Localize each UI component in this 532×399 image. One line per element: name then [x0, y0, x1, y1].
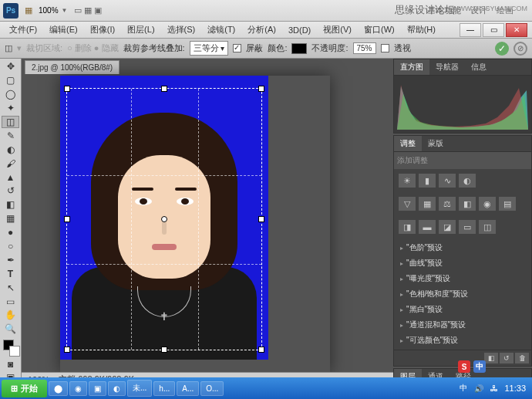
crop-tool-icon[interactable]: ◫ — [5, 43, 12, 53]
document-tab[interactable]: 2.jpg @ 100%(RGB/8#) — [25, 60, 120, 74]
menu-file[interactable]: 文件(F) — [5, 22, 42, 37]
crop-handle-bl[interactable] — [64, 347, 70, 353]
menu-help[interactable]: 帮助(H) — [402, 22, 440, 37]
brush-tool[interactable]: 🖌 — [2, 157, 19, 170]
ime-badge-s[interactable]: S — [458, 360, 470, 373]
preset-selective[interactable]: "可选颜色"预设 — [396, 333, 530, 348]
quick-launch-3[interactable]: ▣ — [89, 381, 106, 396]
crop-handle-tl[interactable] — [64, 86, 70, 92]
eyedropper-tool[interactable]: ✎ — [2, 129, 19, 142]
marquee-tool[interactable]: ▢ — [2, 74, 19, 87]
quick-launch-2[interactable]: ◉ — [69, 381, 87, 396]
crop-handle-center[interactable] — [161, 216, 167, 222]
clip-icon[interactable]: ◧ — [484, 353, 498, 363]
commit-button[interactable]: ✓ — [495, 42, 509, 56]
tab-histogram[interactable]: 直方图 — [394, 59, 429, 75]
task-item-3[interactable]: A... — [177, 381, 199, 396]
photofilter-icon[interactable]: ◉ — [479, 197, 496, 211]
close-button[interactable]: ✕ — [506, 23, 527, 37]
tray-volume-icon[interactable]: 🔊 — [473, 383, 484, 394]
menu-window[interactable]: 窗口(W) — [359, 22, 399, 37]
preset-levels[interactable]: "色阶"预设 — [396, 240, 530, 255]
wand-tool[interactable]: ✦ — [2, 102, 19, 115]
zoom-display[interactable]: 100% — [39, 6, 59, 15]
shield-color-swatch[interactable] — [291, 43, 307, 54]
tab-adjustments[interactable]: 调整 — [394, 136, 422, 151]
menu-filter[interactable]: 滤镜(T) — [203, 22, 240, 37]
dodge-tool[interactable]: ○ — [2, 240, 19, 253]
exposure-icon[interactable]: ◐ — [459, 174, 476, 188]
quick-launch-1[interactable]: ⬤ — [49, 381, 68, 396]
menu-3d[interactable]: 3D(D) — [284, 24, 315, 36]
preset-curves[interactable]: "曲线"预设 — [396, 255, 530, 271]
menu-image[interactable]: 图像(I) — [86, 22, 120, 37]
curves-icon[interactable]: ∿ — [439, 174, 456, 188]
trash-icon[interactable]: 🗑 — [515, 353, 529, 363]
crop-handle-l[interactable] — [64, 216, 70, 222]
tray-network-icon[interactable]: 🖧 — [489, 383, 500, 394]
opacity-input[interactable]: 75% — [353, 42, 376, 54]
brightness-icon[interactable]: ☀ — [399, 174, 416, 188]
channelmixer-icon[interactable]: ▤ — [499, 197, 516, 211]
crop-handle-tr[interactable] — [258, 86, 264, 92]
posterize-icon[interactable]: ▬ — [419, 220, 436, 234]
preset-exposure[interactable]: "曝光度"预设 — [396, 271, 530, 286]
canvas[interactable]: ✝ — [60, 76, 330, 373]
preset-channelmixer[interactable]: "通道混和器"预设 — [396, 317, 530, 333]
tab-info[interactable]: 信息 — [465, 59, 493, 75]
menu-edit[interactable]: 编辑(E) — [45, 22, 82, 37]
crop-handle-b[interactable] — [161, 347, 167, 353]
crop-handle-br[interactable] — [258, 347, 264, 353]
invert-icon[interactable]: ◨ — [399, 220, 416, 234]
hand-tool[interactable]: ✋ — [2, 309, 19, 322]
tray-ime-icon[interactable]: 中 — [458, 383, 469, 394]
mini-bridge-icon[interactable]: ▦ — [25, 5, 32, 15]
hue-icon[interactable]: ▦ — [419, 197, 436, 211]
colorbalance-icon[interactable]: ⚖ — [439, 197, 456, 211]
quickmask-tool[interactable]: ◙ — [2, 357, 19, 370]
crop-tool[interactable]: ◫ — [2, 116, 19, 129]
gradientmap-icon[interactable]: ▭ — [459, 220, 476, 234]
tray-clock[interactable]: 11:33 — [504, 384, 526, 393]
menu-view[interactable]: 视图(V) — [318, 22, 356, 37]
move-tool[interactable]: ✥ — [2, 60, 19, 73]
minimize-button[interactable]: — — [460, 23, 481, 37]
maximize-button[interactable]: ▭ — [483, 23, 504, 37]
task-item-2[interactable]: h... — [153, 381, 175, 396]
crop-handle-t[interactable] — [161, 86, 167, 92]
ime-badge-zh[interactable]: 中 — [473, 360, 486, 373]
levels-icon[interactable]: ▮ — [419, 174, 436, 188]
zoom-tool[interactable]: 🔍 — [2, 323, 19, 336]
vibrance-icon[interactable]: ▽ — [399, 197, 416, 211]
eraser-tool[interactable]: ◧ — [2, 198, 19, 211]
selective-icon[interactable]: ◫ — [479, 220, 496, 234]
perspective-checkbox[interactable] — [381, 44, 389, 52]
preset-hue[interactable]: "色相/饱和度"预设 — [396, 286, 530, 302]
history-brush-tool[interactable]: ↺ — [2, 184, 19, 198]
shape-tool[interactable]: ▭ — [2, 295, 19, 308]
tab-masks[interactable]: 蒙版 — [422, 136, 450, 151]
menu-analysis[interactable]: 分析(A) — [243, 22, 281, 37]
crop-bounding-box[interactable] — [66, 88, 262, 350]
cancel-button[interactable]: ⊘ — [513, 42, 527, 56]
menu-select[interactable]: 选择(S) — [163, 22, 200, 37]
type-tool[interactable]: T — [2, 267, 19, 280]
crop-handle-r[interactable] — [258, 216, 264, 222]
healing-tool[interactable]: ◐ — [2, 143, 19, 156]
color-swatches[interactable] — [2, 340, 19, 357]
dropdown-icon[interactable]: ▼ — [62, 7, 68, 14]
threshold-icon[interactable]: ◪ — [439, 220, 456, 234]
task-item-4[interactable]: O... — [200, 381, 224, 396]
tab-navigator[interactable]: 导航器 — [429, 59, 465, 75]
bw-icon[interactable]: ◧ — [459, 197, 476, 211]
lasso-tool[interactable]: ◯ — [2, 88, 19, 101]
blur-tool[interactable]: ● — [2, 226, 19, 239]
preset-bw[interactable]: "黑白"预设 — [396, 302, 530, 317]
background-color[interactable] — [9, 346, 20, 357]
menu-layer[interactable]: 图层(L) — [123, 22, 159, 37]
gradient-tool[interactable]: ▦ — [2, 212, 19, 225]
quick-launch-4[interactable]: ◐ — [108, 381, 126, 396]
shield-checkbox[interactable] — [233, 44, 241, 52]
path-tool[interactable]: ↖ — [2, 281, 19, 294]
task-item-1[interactable]: 未... — [127, 380, 152, 397]
